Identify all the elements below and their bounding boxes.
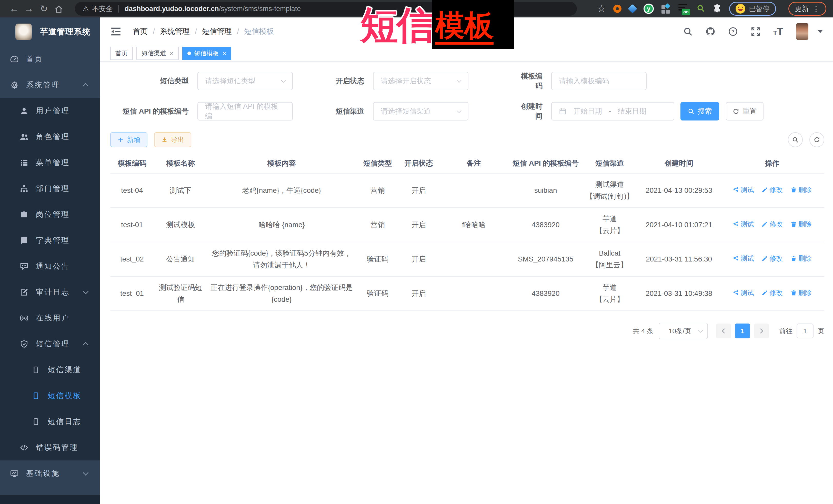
tab-sms-channel[interactable]: 短信渠道 × — [136, 47, 179, 60]
sidebar-item-menu-mgmt[interactable]: 菜单管理 — [0, 150, 100, 175]
sidebar-item-role-mgmt[interactable]: 角色管理 — [0, 124, 100, 150]
select-arrow-icon — [698, 328, 703, 333]
prev-page-button[interactable] — [716, 323, 731, 338]
sidebar-item-system-mgmt[interactable]: 系统管理 — [0, 72, 100, 98]
sidebar-item-error-code[interactable]: 错误码管理 — [0, 434, 100, 460]
delete-link[interactable]: 删除 — [790, 219, 812, 230]
profile-paused-pill[interactable]: 已暂停 — [729, 2, 776, 16]
forward-icon[interactable]: → — [22, 0, 37, 18]
sidebar-item-sms-log[interactable]: 短信日志 — [0, 409, 100, 434]
browser-menu-icon[interactable]: ⋮ — [812, 4, 820, 13]
chrome-update-button[interactable]: 更新 ⋮ — [788, 2, 826, 16]
template-code-input[interactable]: 请输入模板编码 — [551, 72, 647, 90]
table-row: test_01 测试验证码短信 正在进行登录操作{operation}，您的验证… — [110, 277, 824, 311]
toggle-search-icon[interactable] — [788, 132, 803, 147]
tab-home[interactable]: 首页 — [110, 47, 133, 60]
sidebar-item-user-mgmt[interactable]: 用户管理 — [0, 98, 100, 124]
test-link[interactable]: 测试 — [733, 219, 754, 230]
table-toolbar: 新增 导出 — [110, 132, 824, 147]
help-icon[interactable]: ? — [728, 27, 738, 37]
back-icon[interactable]: ← — [7, 0, 22, 18]
pagination: 共 4 条 10条/页 1 前往 1 页 — [110, 323, 824, 339]
reset-button[interactable]: 重置 — [726, 102, 763, 120]
test-link[interactable]: 测试 — [733, 184, 754, 195]
cell-created-time: 2021-03-31 10:49:38 — [638, 277, 720, 311]
sms-type-select[interactable]: 请选择短信类型 — [197, 72, 293, 90]
user-avatar[interactable] — [796, 23, 808, 40]
update-label: 更新 — [795, 4, 809, 13]
bookmark-star-icon[interactable]: ☆ — [597, 3, 605, 14]
sidebar-item-notice[interactable]: 通知公告 — [0, 253, 100, 279]
test-link[interactable]: 测试 — [733, 287, 754, 298]
sidebar-item-label: 角色管理 — [36, 132, 70, 142]
delete-link[interactable]: 删除 — [790, 184, 812, 195]
add-button[interactable]: 新增 — [110, 132, 147, 147]
sidebar-item-online-users[interactable]: 在线用户 — [0, 305, 100, 331]
table-row: test-01 测试模板 哈哈哈 {name} 营销 开启 f哈哈哈 43839… — [110, 208, 824, 242]
sidebar-item-home[interactable]: 首页 — [0, 46, 100, 72]
font-size-icon[interactable]: TT — [773, 26, 783, 38]
search-form: 短信类型 请选择短信类型 开启状态 请选择开启状态 模板编码 请输入模板编码 — [110, 62, 824, 120]
sidebar-item-sms-channel[interactable]: 短信渠道 — [0, 357, 100, 383]
edit-link[interactable]: 修改 — [761, 219, 783, 230]
chevron-icon — [83, 342, 89, 347]
tab-sms-template[interactable]: 短信模板 × — [182, 47, 231, 60]
extension-grid-icon[interactable] — [662, 4, 671, 13]
test-link[interactable]: 测试 — [733, 253, 754, 264]
page-size-select[interactable]: 10条/页 — [659, 323, 708, 339]
app-logo-row[interactable]: 芋道管理系统 — [0, 18, 100, 46]
extension-orange-icon[interactable] — [613, 5, 621, 13]
refresh-icon[interactable] — [809, 132, 824, 147]
broadcast-icon — [19, 313, 29, 323]
reload-icon[interactable]: ↻ — [37, 0, 51, 18]
delete-link[interactable]: 删除 — [790, 287, 812, 298]
api-template-id-input[interactable]: 请输入短信 API 的模板编 — [197, 102, 293, 120]
page-number-active[interactable]: 1 — [735, 323, 750, 338]
sidebar-item-dict-mgmt[interactable]: 字典管理 — [0, 227, 100, 253]
chevron-icon — [83, 470, 89, 476]
tab-close-icon[interactable]: × — [170, 49, 173, 57]
search-button[interactable]: 搜索 — [681, 102, 719, 120]
menutree-icon — [19, 158, 29, 168]
breadcrumb-item[interactable]: 系统管理 / — [160, 26, 202, 37]
delete-link[interactable]: 删除 — [790, 253, 812, 264]
create-time-range-picker[interactable]: 开始日期 - 结束日期 — [551, 102, 674, 120]
message-icon — [19, 261, 29, 271]
tab-close-icon[interactable]: × — [222, 49, 226, 57]
breadcrumb-item[interactable]: 首页 / — [133, 26, 160, 37]
open-status-select[interactable]: 请选择开启状态 — [373, 72, 469, 90]
edit-link[interactable]: 修改 — [761, 287, 783, 298]
breadcrumb-item[interactable]: 短信模板 — [244, 26, 274, 37]
sidebar-item-label: 短信管理 — [36, 339, 70, 349]
collapse-sidebar-icon[interactable] — [110, 27, 121, 37]
sms-channel-select[interactable]: 请选择短信渠道 — [373, 102, 469, 120]
fullscreen-icon[interactable] — [751, 27, 760, 37]
next-page-button[interactable] — [754, 323, 769, 338]
github-icon[interactable] — [706, 27, 715, 37]
edit-link[interactable]: 修改 — [761, 253, 783, 264]
cell-actions: 测试 修改 删除 — [720, 242, 824, 277]
cell-created-time: 2021-04-13 00:29:53 — [638, 173, 720, 208]
extension-y-icon[interactable]: y — [644, 4, 654, 14]
sidebar-item-dept-mgmt[interactable]: 部门管理 — [0, 175, 100, 201]
sidebar-item-audit-log[interactable]: 审计日志 — [0, 279, 100, 305]
avatar-caret-icon[interactable] — [817, 30, 823, 33]
edit-link[interactable]: 修改 — [761, 184, 783, 195]
breadcrumb-item[interactable]: 短信管理 / — [202, 26, 244, 37]
select-arrow-icon — [457, 78, 461, 82]
home-icon[interactable] — [51, 0, 66, 18]
sidebar-item-infra[interactable]: 基础设施 — [0, 460, 100, 486]
goto-page-input[interactable]: 1 — [796, 323, 813, 338]
extension-list-icon[interactable]: on — [679, 4, 689, 14]
address-bar[interactable]: ⚠ 不安全 dashboard.yudao.iocoder.cn/system/… — [75, 2, 577, 16]
extension-magnifier-icon[interactable] — [696, 4, 705, 14]
extensions-puzzle-icon[interactable] — [713, 4, 721, 14]
sidebar-item-sms-mgmt[interactable]: 短信管理 — [0, 331, 100, 357]
sidebar-item-post-mgmt[interactable]: 岗位管理 — [0, 201, 100, 227]
sidebar-item-sms-template[interactable]: 短信模板 — [0, 383, 100, 409]
sidebar-item-label: 审计日志 — [36, 287, 70, 297]
extension-kite-icon[interactable] — [628, 4, 637, 14]
search-icon[interactable] — [683, 27, 693, 37]
export-button[interactable]: 导出 — [154, 132, 191, 147]
sidebar-item-label: 在线用户 — [36, 313, 70, 323]
